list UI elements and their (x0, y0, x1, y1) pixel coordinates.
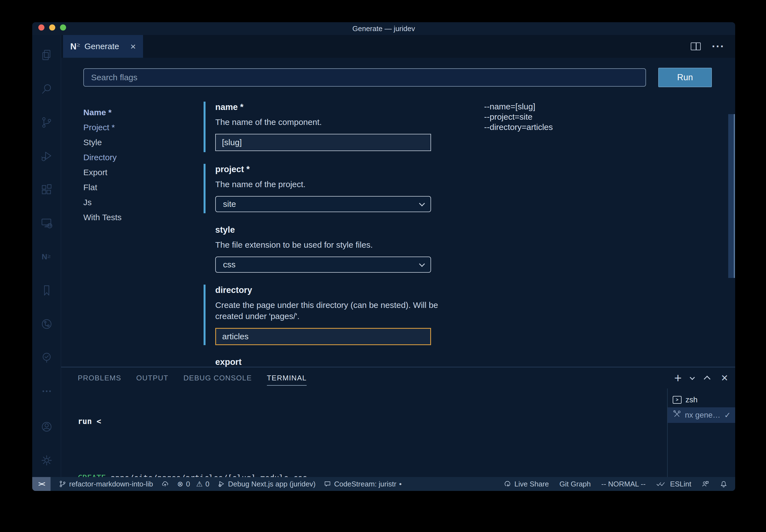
tab-debug-console[interactable]: DEBUG CONSOLE (183, 367, 252, 388)
bookmarks-icon[interactable] (32, 273, 61, 307)
minimize-window-button[interactable] (49, 24, 55, 31)
editor-scrollbar-thumb[interactable] (728, 114, 735, 278)
tab-label: Generate (84, 42, 119, 51)
codestream-item[interactable]: CodeStream: juristr • (324, 480, 402, 488)
terminal-line: run < (78, 417, 667, 426)
more-actions-icon[interactable]: ··· (712, 41, 725, 52)
double-check-icon (656, 480, 667, 488)
tab-terminal[interactable]: TERMINAL (267, 367, 307, 388)
problems-item[interactable]: ⊗ 0 ⚠ 0 (177, 480, 209, 488)
extensions-icon[interactable] (32, 173, 61, 206)
debug-launch-item[interactable]: Debug Next.js app (juridev) (218, 480, 316, 488)
cli-args-preview: --name=[slug] --project=site --directory… (484, 101, 553, 132)
field-label: style (215, 224, 445, 235)
nav-item-with-tests[interactable]: With Tests (83, 210, 122, 225)
live-share-icon (504, 480, 512, 488)
svg-text:N: N (42, 252, 47, 261)
maximize-panel-icon[interactable] (704, 376, 710, 382)
field-description: The name of the component. (215, 117, 445, 128)
nx-logo-icon: N≥ (70, 42, 80, 51)
field-description: The name of the project. (215, 179, 445, 190)
select-value: site (223, 199, 236, 209)
sync-changes-item[interactable] (161, 480, 169, 488)
split-editor-icon[interactable] (691, 42, 701, 50)
accounts-icon[interactable] (32, 410, 61, 443)
select-value: css (223, 260, 236, 269)
bottom-panel: PROBLEMS OUTPUT DEBUG CONSOLE TERMINAL +… (61, 367, 735, 477)
nx-console-icon[interactable]: N≥ (32, 240, 61, 273)
remote-explorer-icon[interactable] (32, 206, 61, 240)
run-and-debug-icon[interactable] (32, 139, 61, 173)
close-tab-icon[interactable]: × (130, 42, 136, 51)
cli-arg: --name=[slug] (484, 101, 553, 112)
activity-bar: N≥ (32, 35, 61, 477)
cli-arg: --directory=articles (484, 122, 553, 132)
testing-icon[interactable] (32, 341, 61, 374)
search-flags-input[interactable] (83, 68, 646, 87)
style-select[interactable]: css (215, 257, 431, 273)
nav-item-js[interactable]: Js (83, 195, 122, 210)
window-controls (38, 24, 66, 31)
git-graph-icon[interactable] (32, 307, 61, 341)
close-panel-icon[interactable]: × (721, 372, 728, 384)
terminal-list: > zsh nx gene… ✓ (667, 388, 735, 477)
terminal-list-item-zsh[interactable]: > zsh (668, 392, 735, 407)
field-description: The file extension to be used for style … (215, 239, 445, 250)
field-accent-bar (204, 164, 206, 213)
project-select[interactable]: site (215, 196, 431, 212)
notifications-item[interactable] (720, 480, 727, 488)
git-graph-item[interactable]: Git Graph (559, 480, 591, 488)
svg-text:≥: ≥ (47, 253, 51, 259)
terminal-output[interactable]: run < CREATE apps/site/pages/articles/[s… (61, 388, 667, 477)
shell-terminal-icon: > (673, 396, 682, 404)
vim-mode-item[interactable]: -- NORMAL -- (601, 480, 645, 488)
remote-indicator[interactable]: >< (32, 477, 51, 491)
tab-output[interactable]: OUTPUT (136, 367, 169, 388)
nav-item-name[interactable]: Name * (83, 105, 122, 120)
run-button[interactable]: Run (658, 68, 712, 87)
cli-arg: --project=site (484, 112, 553, 122)
nav-item-style[interactable]: Style (83, 135, 122, 150)
terminal-picker-chevron-icon[interactable] (690, 375, 695, 380)
tab-generate[interactable]: N≥ Generate × (63, 35, 143, 58)
zoom-window-button[interactable] (60, 24, 66, 31)
flags-nav: Name * Project * Style Directory Export … (83, 105, 122, 225)
chevron-down-icon (419, 200, 425, 206)
eslint-item[interactable]: ESLint (656, 480, 691, 488)
directory-input[interactable] (215, 328, 431, 345)
field-project: project * The name of the project. site (204, 164, 445, 212)
explorer-icon[interactable] (32, 38, 61, 72)
title-bar: Generate — juridev (32, 22, 735, 35)
nav-item-directory[interactable]: Directory (83, 150, 122, 165)
field-label: export (215, 357, 445, 367)
field-export: export (204, 357, 445, 367)
feedback-person-icon (702, 480, 709, 488)
source-control-icon[interactable] (32, 106, 61, 139)
field-accent-bar (204, 102, 206, 152)
field-label: directory (215, 285, 445, 296)
field-label: name * (215, 102, 445, 113)
nav-item-export[interactable]: Export (83, 165, 122, 180)
tab-problems[interactable]: PROBLEMS (78, 367, 121, 388)
comment-bubble-icon (324, 480, 331, 488)
live-share-item[interactable]: Live Share (504, 480, 549, 488)
nav-item-project[interactable]: Project * (83, 120, 122, 135)
close-window-button[interactable] (38, 24, 44, 31)
status-bar: >< refactor-markdown-into-lib ⊗ 0 ⚠ 0 De… (32, 477, 735, 491)
tools-icon (673, 410, 681, 420)
terminal-list-item-nx-generate[interactable]: nx gene… ✓ (668, 407, 735, 423)
name-input[interactable] (215, 134, 431, 151)
new-terminal-icon[interactable]: + (674, 372, 682, 384)
git-branch-item[interactable]: refactor-markdown-into-lib (59, 480, 153, 488)
field-accent-bar (204, 285, 206, 345)
nav-item-flat[interactable]: Flat (83, 180, 122, 195)
more-views-icon[interactable] (32, 374, 61, 408)
settings-gear-icon[interactable] (32, 443, 61, 477)
error-icon: ⊗ (177, 480, 183, 488)
field-directory: directory Create the page under this dir… (204, 285, 445, 345)
generate-form-view: Run Name * Project * Style Directory Exp… (61, 58, 735, 367)
editor-tabs-row: N≥ Generate × ··· (61, 35, 735, 58)
check-icon: ✓ (724, 411, 731, 420)
search-icon[interactable] (32, 72, 61, 106)
feedback-item[interactable] (702, 480, 709, 488)
